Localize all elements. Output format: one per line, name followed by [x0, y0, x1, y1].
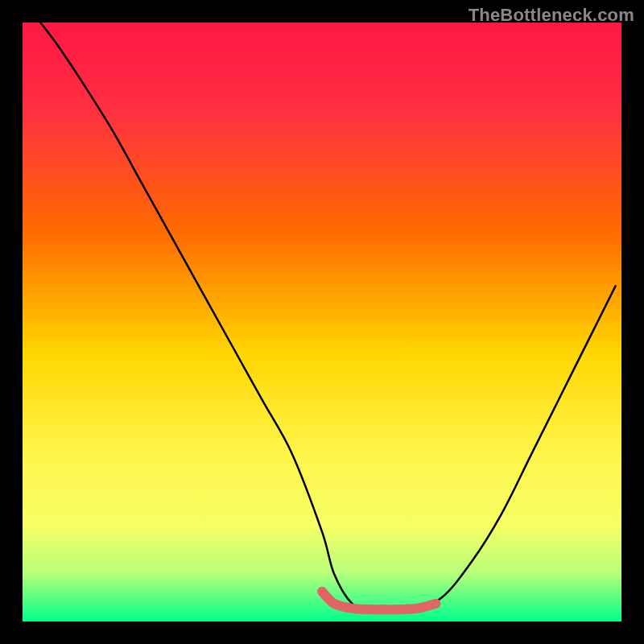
watermark-text: TheBottleneck.com [469, 5, 634, 26]
chart-frame: TheBottleneck.com [0, 0, 644, 644]
bottleneck-chart [0, 0, 644, 644]
